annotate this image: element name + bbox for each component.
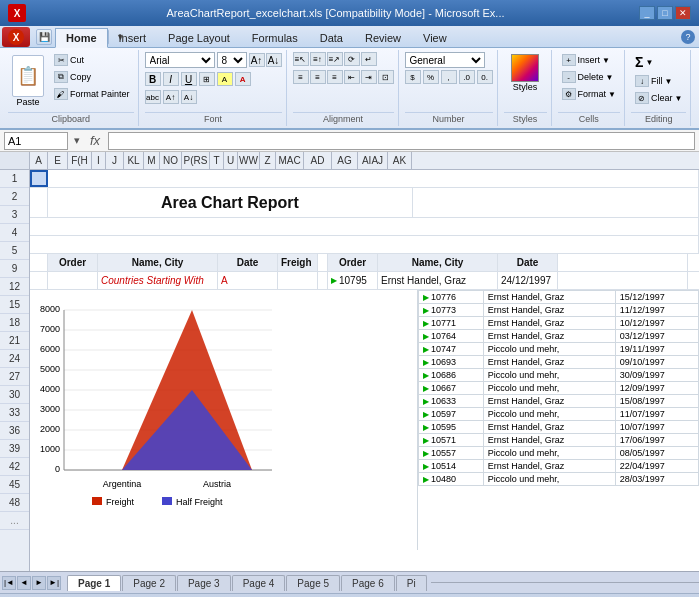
font-name-select[interactable]: Arial <box>145 52 215 68</box>
cell-rest-r2[interactable] <box>413 188 699 217</box>
date-cell[interactable]: 08/05/1997 <box>615 447 698 460</box>
order-cell[interactable]: ▶10597 <box>419 408 484 421</box>
order-cell[interactable]: ▶10776 <box>419 291 484 304</box>
date-cell[interactable]: 03/12/1997 <box>615 330 698 343</box>
col-header-namecity-r[interactable]: Name, City <box>378 254 498 271</box>
city-cell[interactable]: Ernst Handel, Graz <box>483 395 615 408</box>
col-KL[interactable]: KL <box>124 152 144 169</box>
date-cell[interactable]: 11/12/1997 <box>615 304 698 317</box>
percent-btn[interactable]: % <box>423 70 439 84</box>
col-A[interactable]: A <box>30 152 48 169</box>
tab-home[interactable]: Home <box>55 28 108 48</box>
col-header-freight[interactable]: Freigh <box>278 254 318 271</box>
city-cell[interactable]: Ernst Handel, Graz <box>483 434 615 447</box>
sheet-tab-page2[interactable]: Page 2 <box>122 575 176 591</box>
paste-button[interactable]: 📋 Paste <box>8 52 48 110</box>
city-cell[interactable]: Piccolo und mehr, <box>483 369 615 382</box>
rt-order-0[interactable]: ▶10795 <box>328 272 378 289</box>
align-top-center-btn[interactable]: ≡↑ <box>310 52 326 66</box>
tab-formulas[interactable]: Formulas <box>241 28 309 48</box>
order-cell[interactable]: ▶10480 <box>419 473 484 486</box>
cell-rest-r9[interactable] <box>558 272 688 289</box>
order-cell[interactable]: ▶10764 <box>419 330 484 343</box>
border-button[interactable]: ⊞ <box>199 72 215 86</box>
font-color-btn[interactable]: A <box>235 72 251 86</box>
city-cell[interactable]: Piccolo und mehr, <box>483 408 615 421</box>
city-cell[interactable]: Ernst Handel, Graz <box>483 330 615 343</box>
date-cell[interactable]: 15/08/1997 <box>615 395 698 408</box>
tab-view[interactable]: View <box>412 28 458 48</box>
italic-button[interactable]: I <box>163 72 179 86</box>
date-cell[interactable]: 17/06/1997 <box>615 434 698 447</box>
cell-d9[interactable] <box>278 272 318 289</box>
wrap-text-btn[interactable]: ↵ <box>361 52 377 66</box>
city-cell[interactable]: Piccolo und mehr, <box>483 382 615 395</box>
font-extra3[interactable]: A↓ <box>181 90 197 104</box>
cell-a5[interactable] <box>30 254 48 271</box>
col-MAC[interactable]: MAC <box>276 152 304 169</box>
copy-button[interactable]: ⧉ Copy <box>50 69 134 85</box>
city-cell[interactable]: Ernst Handel, Graz <box>483 304 615 317</box>
col-header-order-r[interactable]: Order <box>328 254 378 271</box>
col-T[interactable]: T <box>210 152 224 169</box>
order-cell[interactable]: ▶10633 <box>419 395 484 408</box>
cell-r3[interactable] <box>30 218 699 235</box>
increase-indent-btn[interactable]: ⇥ <box>361 70 377 84</box>
col-AD[interactable]: AD <box>304 152 332 169</box>
align-top-left-btn[interactable]: ≡↖ <box>293 52 309 66</box>
format-cells-button[interactable]: ⚙ Format ▼ <box>558 86 620 102</box>
col-AIAJ[interactable]: AIAJ <box>358 152 388 169</box>
office-button[interactable]: X <box>2 27 30 47</box>
date-cell[interactable]: 10/07/1997 <box>615 421 698 434</box>
decrease-font-btn[interactable]: A↓ <box>266 53 282 67</box>
tab-insert[interactable]: Insert <box>108 28 158 48</box>
col-WW[interactable]: WW <box>238 152 260 169</box>
bold-button[interactable]: B <box>145 72 161 86</box>
date-cell[interactable]: 22/04/1997 <box>615 460 698 473</box>
city-cell[interactable]: Ernst Handel, Graz <box>483 291 615 304</box>
cell-country-value[interactable]: A <box>218 272 278 289</box>
font-size-select[interactable]: 8 <box>217 52 247 68</box>
first-sheet-btn[interactable]: |◄ <box>2 576 16 590</box>
decrease-decimal-btn[interactable]: 0. <box>477 70 493 84</box>
cell-b9[interactable] <box>48 272 98 289</box>
order-cell[interactable]: ▶10771 <box>419 317 484 330</box>
city-cell[interactable]: Piccolo und mehr, <box>483 473 615 486</box>
order-cell[interactable]: ▶10686 <box>419 369 484 382</box>
increase-decimal-btn[interactable]: .0 <box>459 70 475 84</box>
font-extra2[interactable]: A↑ <box>163 90 179 104</box>
sheet-tab-page6[interactable]: Page 6 <box>341 575 395 591</box>
col-header-date-r[interactable]: Date <box>498 254 558 271</box>
minimize-button[interactable]: _ <box>639 6 655 20</box>
city-cell[interactable]: Piccolo und mehr, <box>483 343 615 356</box>
align-center-btn[interactable]: ≡ <box>310 70 326 84</box>
font-extra1[interactable]: abc <box>145 90 161 104</box>
maximize-button[interactable]: □ <box>657 6 673 20</box>
fill-color-btn[interactable]: A <box>217 72 233 86</box>
align-top-right-btn[interactable]: ≡↗ <box>327 52 343 66</box>
comma-btn[interactable]: , <box>441 70 457 84</box>
cell-countries[interactable]: Countries Starting With <box>98 272 218 289</box>
save-quick-btn[interactable]: 💾 <box>36 29 52 45</box>
date-cell[interactable]: 28/03/1997 <box>615 473 698 486</box>
col-header-order[interactable]: Order <box>48 254 98 271</box>
col-AK[interactable]: AK <box>388 152 412 169</box>
number-format-select[interactable]: General <box>405 52 485 68</box>
order-cell[interactable]: ▶10747 <box>419 343 484 356</box>
date-cell[interactable]: 19/11/1997 <box>615 343 698 356</box>
date-cell[interactable]: 15/12/1997 <box>615 291 698 304</box>
rt-date-0[interactable]: 24/12/1997 <box>498 272 558 289</box>
date-cell[interactable]: 30/09/1997 <box>615 369 698 382</box>
date-cell[interactable]: 09/10/1997 <box>615 356 698 369</box>
next-sheet-btn[interactable]: ► <box>32 576 46 590</box>
city-cell[interactable]: Piccolo und mehr, <box>483 447 615 460</box>
close-button[interactable]: ✕ <box>675 6 691 20</box>
prev-sheet-btn[interactable]: ◄ <box>17 576 31 590</box>
last-sheet-btn[interactable]: ►| <box>47 576 61 590</box>
decrease-indent-btn[interactable]: ⇤ <box>344 70 360 84</box>
order-cell[interactable]: ▶10557 <box>419 447 484 460</box>
col-NO[interactable]: NO <box>160 152 182 169</box>
sheet-tab-page5[interactable]: Page 5 <box>286 575 340 591</box>
city-cell[interactable]: Ernst Handel, Graz <box>483 460 615 473</box>
underline-button[interactable]: U <box>181 72 197 86</box>
